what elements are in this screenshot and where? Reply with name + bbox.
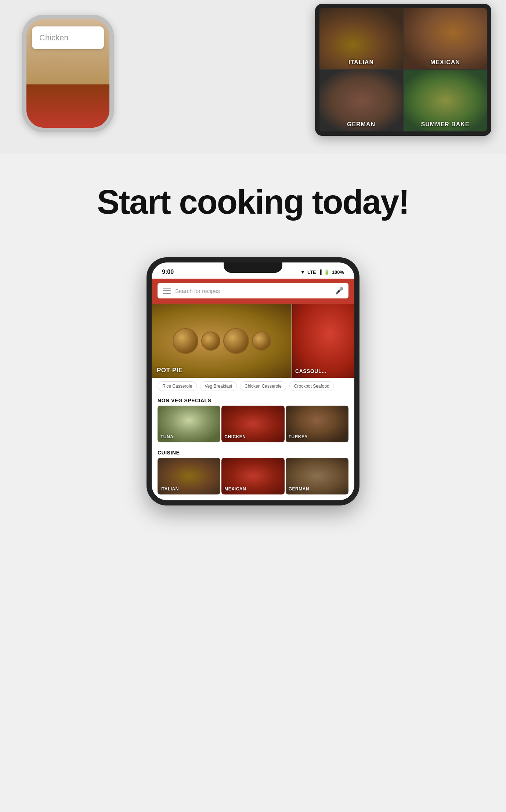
hero-pot-pie[interactable]: POT PIE bbox=[152, 304, 292, 378]
cuisine-italian-label: ITALIAN bbox=[160, 486, 179, 492]
hero-cassoulet[interactable]: CASSOUL... bbox=[292, 304, 354, 378]
phone-power-button bbox=[359, 336, 359, 362]
tablet-container: ITALIAN MEXICAN GERMAN SUMMER BAKE bbox=[315, 4, 499, 143]
phone-vol-up-button bbox=[147, 321, 147, 340]
tablet-label-summer: SUMMER BAKE bbox=[404, 121, 487, 128]
tuna-label: TUNA bbox=[160, 434, 173, 439]
cuisine-german-label: GERMAN bbox=[289, 486, 309, 492]
tablet-screen: ITALIAN MEXICAN GERMAN SUMMER BAKE bbox=[319, 8, 487, 131]
turkey-label: TURKEY bbox=[289, 434, 308, 439]
pie-circle-3 bbox=[223, 328, 249, 354]
cuisine-grid: ITALIAN MEXICAN GERMAN bbox=[152, 458, 354, 500]
tablet-cell-italian: ITALIAN bbox=[319, 8, 403, 69]
chip-chicken-casserole[interactable]: Chicken Casserole bbox=[240, 381, 286, 391]
grid-item-chicken[interactable]: CHICKEN bbox=[221, 406, 284, 442]
watch-container: Chicken bbox=[15, 7, 140, 154]
status-time: 9:00 bbox=[162, 269, 174, 275]
chip-veg-breakfast[interactable]: Veg Breakfast bbox=[200, 381, 237, 391]
battery-icon: 🔋 bbox=[324, 269, 330, 275]
wifi-icon: ▼ bbox=[300, 269, 305, 275]
phone-wrapper: 9:00 ▼ LTE ▐ 🔋 100% Searc bbox=[139, 257, 367, 505]
hero-pot-pie-label: POT PIE bbox=[157, 367, 183, 374]
grid-item-tuna[interactable]: TUNA bbox=[158, 406, 220, 442]
phone-screen: 9:00 ▼ LTE ▐ 🔋 100% Searc bbox=[152, 262, 354, 500]
cuisine-item-italian[interactable]: ITALIAN bbox=[158, 458, 220, 494]
tablet-cell-summer: SUMMER BAKE bbox=[404, 70, 487, 131]
cuisine-section-title: CUISINE bbox=[152, 447, 354, 458]
lte-label: LTE bbox=[307, 269, 316, 275]
headline: Start cooking today! bbox=[15, 184, 491, 221]
tablet-label-italian: ITALIAN bbox=[319, 59, 403, 66]
phone-vol-down-button bbox=[147, 345, 147, 363]
middle-section: Start cooking today! bbox=[0, 154, 506, 243]
chip-crockpot-seafood[interactable]: Crockpot Seafood bbox=[289, 381, 334, 391]
phone-device: 9:00 ▼ LTE ▐ 🔋 100% Searc bbox=[147, 257, 359, 505]
search-placeholder-text: Search for recipes bbox=[175, 288, 331, 294]
signal-icon: ▐ bbox=[318, 269, 322, 275]
phone-notch bbox=[224, 262, 282, 273]
search-inner[interactable]: Search for recipes 🎤 bbox=[158, 283, 348, 298]
pie-circle-1 bbox=[173, 328, 198, 354]
cuisine-item-german[interactable]: GERMAN bbox=[286, 458, 348, 494]
tablet-label-mexican: MEXICAN bbox=[404, 59, 487, 66]
tablet-device: ITALIAN MEXICAN GERMAN SUMMER BAKE bbox=[315, 4, 491, 136]
hero-cassoulet-label: CASSOUL... bbox=[295, 368, 326, 374]
pie-circle-4 bbox=[252, 331, 271, 351]
watch-card-text: Chicken bbox=[39, 33, 68, 42]
hero-images: POT PIE CASSOUL... bbox=[152, 304, 354, 378]
search-bar-container: Search for recipes 🎤 bbox=[152, 279, 354, 304]
pie-circle-2 bbox=[201, 331, 220, 351]
top-section: Chicken ITALIAN MEXICAN GERMAN SUMMER BA… bbox=[0, 0, 506, 154]
tablet-cell-german: GERMAN bbox=[319, 70, 403, 131]
chip-rice-casserole[interactable]: Rice Casserole bbox=[158, 381, 197, 391]
phone-section: 9:00 ▼ LTE ▐ 🔋 100% Searc bbox=[0, 243, 506, 528]
tablet-cell-mexican: MEXICAN bbox=[404, 8, 487, 69]
battery-label: 100% bbox=[332, 269, 344, 275]
microphone-icon[interactable]: 🎤 bbox=[335, 287, 343, 295]
watch-crown bbox=[113, 52, 114, 70]
status-icons: ▼ LTE ▐ 🔋 100% bbox=[300, 269, 344, 275]
cuisine-mexican-label: MEXICAN bbox=[224, 486, 246, 492]
watch-screen: Chicken bbox=[26, 19, 109, 128]
non-veg-section-title: NON VEG SPECIALS bbox=[152, 395, 354, 406]
non-veg-grid: TUNA CHICKEN TURKEY bbox=[152, 406, 354, 447]
chips-row: Rice Casserole Veg Breakfast Chicken Cas… bbox=[152, 378, 354, 395]
grid-item-turkey[interactable]: TURKEY bbox=[286, 406, 348, 442]
tablet-label-german: GERMAN bbox=[319, 121, 403, 128]
hamburger-menu-icon[interactable] bbox=[163, 288, 171, 294]
watch-card: Chicken bbox=[32, 26, 104, 49]
chicken-label: CHICKEN bbox=[224, 434, 246, 439]
cuisine-item-mexican[interactable]: MEXICAN bbox=[221, 458, 284, 494]
watch-device: Chicken bbox=[22, 15, 114, 132]
